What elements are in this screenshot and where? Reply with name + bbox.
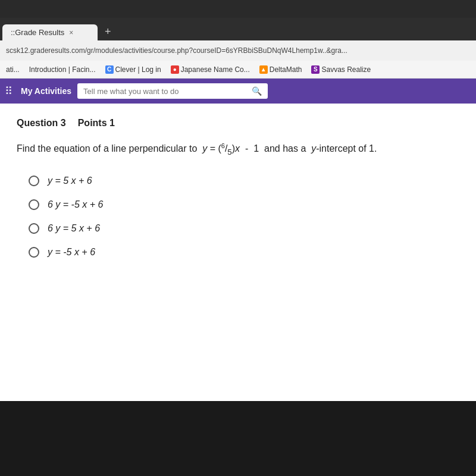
active-tab[interactable]: ::Grade Results ×	[2, 24, 98, 40]
points-label: Points 1	[78, 118, 115, 129]
bookmark-deltamath-label: DeltaMath	[270, 65, 302, 74]
option-3[interactable]: 6 y = 5 x + 6	[29, 223, 459, 234]
option-2-text: 6 y = -5 x + 6	[48, 199, 103, 210]
tab-title: ::Grade Results	[11, 28, 64, 37]
bookmark-japanese-label: Japanese Name Co...	[181, 65, 250, 74]
search-icon: 🔍	[252, 86, 262, 96]
bookmark-savvas[interactable]: S Savvas Realize	[309, 64, 373, 75]
address-bar: scsk12.graderesults.com/gr/modules/activ…	[0, 40, 476, 61]
new-tab-button[interactable]: +	[99, 23, 117, 40]
app-toolbar: ⠿ My Activities 🔍	[0, 79, 476, 104]
clever-icon: C	[105, 65, 114, 74]
option-3-text: 6 y = 5 x + 6	[48, 223, 100, 234]
question-text: Find the equation of a line perpendicula…	[17, 140, 459, 159]
radio-1[interactable]	[29, 176, 39, 186]
options-list: y = 5 x + 6 6 y = -5 x + 6 6 y = 5 x + 6…	[17, 176, 459, 258]
search-input[interactable]	[83, 87, 248, 96]
tab-close-button[interactable]: ×	[69, 29, 73, 37]
bookmark-clever-label: Clever | Log in	[115, 65, 161, 74]
radio-3[interactable]	[29, 223, 39, 234]
radio-4[interactable]	[29, 247, 39, 258]
search-bar-container: 🔍	[77, 83, 268, 99]
my-activities-button[interactable]: My Activities	[15, 83, 77, 99]
bookmark-japanese[interactable]: ● Japanese Name Co...	[168, 64, 252, 75]
option-1[interactable]: y = 5 x + 6	[29, 176, 459, 186]
question-header: Question 3 Points 1	[17, 118, 459, 129]
bookmarks-bar: ati... Introduction | Facin... C Clever …	[0, 61, 476, 79]
bookmark-deltamath[interactable]: ▲ DeltaMath	[257, 64, 305, 75]
main-content: Question 3 Points 1 Find the equation of…	[0, 104, 476, 401]
deltamath-icon: ▲	[259, 65, 268, 74]
radio-2[interactable]	[29, 199, 39, 210]
bookmark-clever[interactable]: C Clever | Log in	[103, 64, 164, 75]
bookmark-introduction[interactable]: Introduction | Facin...	[27, 64, 98, 75]
option-4[interactable]: y = -5 x + 6	[29, 247, 459, 258]
option-1-text: y = 5 x + 6	[48, 176, 92, 186]
question-label: Question 3	[17, 118, 66, 129]
option-2[interactable]: 6 y = -5 x + 6	[29, 199, 459, 210]
option-4-text: y = -5 x + 6	[48, 247, 95, 258]
bookmark-ati-label: ati...	[6, 65, 20, 74]
savvas-icon: S	[311, 65, 320, 74]
url-text: scsk12.graderesults.com/gr/modules/activ…	[6, 46, 470, 55]
bookmark-introduction-label: Introduction | Facin...	[29, 65, 96, 74]
bookmark-ati[interactable]: ati...	[4, 64, 22, 75]
top-bar	[0, 0, 476, 18]
japanese-icon: ●	[171, 65, 179, 74]
tab-bar: ::Grade Results × +	[0, 18, 476, 40]
grid-icon: ⠿	[5, 84, 12, 98]
bookmark-savvas-label: Savvas Realize	[321, 65, 371, 74]
